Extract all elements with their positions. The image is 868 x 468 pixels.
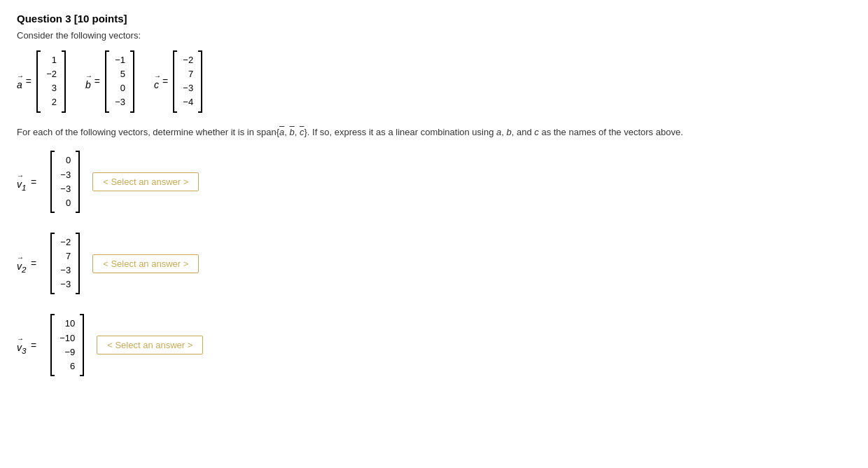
matrix-c: −2 7 −3 −4 <box>173 50 202 113</box>
matrix-v2: −2 7 −3 −3 <box>50 233 80 295</box>
select-answer-v2[interactable]: < Select an answer > <box>92 254 199 273</box>
span-text: For each of the following vectors, deter… <box>17 125 851 140</box>
matrix-v1: 0 −3 −3 0 <box>50 151 80 213</box>
vectors-row: → a = 1 −2 3 2 → b = −1 <box>17 50 851 113</box>
vector-b-label: → b <box>85 72 91 90</box>
v1-equals: = <box>31 177 36 188</box>
v1-label-eq: → v1 = <box>17 172 38 192</box>
equals-b: = <box>94 76 100 87</box>
equals-c: = <box>162 76 168 87</box>
question-row-v3: → v3 = 10 −10 −9 6 < Select an answer > <box>17 314 851 376</box>
questions-block: → v1 = 0 −3 −3 0 < Select an answer > → <box>17 151 851 382</box>
select-answer-v3[interactable]: < Select an answer > <box>97 336 203 355</box>
matrix-v3: 10 −10 −9 6 <box>50 314 84 376</box>
select-answer-v1[interactable]: < Select an answer > <box>92 172 199 191</box>
v3-label-eq: → v3 = <box>17 335 38 355</box>
v3-label: → v3 <box>17 335 28 355</box>
v3-equals: = <box>31 340 36 351</box>
question-row-v2: → v2 = −2 7 −3 −3 < Select an answer > <box>17 233 851 295</box>
v2-label: → v2 <box>17 254 28 274</box>
vector-c-label: → c <box>154 72 159 90</box>
v2-label-eq: → v2 = <box>17 254 38 274</box>
v2-equals: = <box>31 258 36 269</box>
question-row-v1: → v1 = 0 −3 −3 0 < Select an answer > <box>17 151 851 213</box>
vector-c: → c = −2 7 −3 −4 <box>154 50 202 113</box>
matrix-b: −1 5 0 −3 <box>105 50 134 113</box>
v1-label: → v1 <box>17 172 28 192</box>
matrix-a: 1 −2 3 2 <box>36 50 66 113</box>
vector-a-label: → a <box>17 72 22 90</box>
intro-text: Consider the following vectors: <box>17 30 851 41</box>
vector-b: → b = −1 5 0 −3 <box>85 50 134 113</box>
question-title: Question 3 [10 points] <box>17 13 851 25</box>
equals-a: = <box>26 76 31 87</box>
vector-a: → a = 1 −2 3 2 <box>17 50 66 113</box>
